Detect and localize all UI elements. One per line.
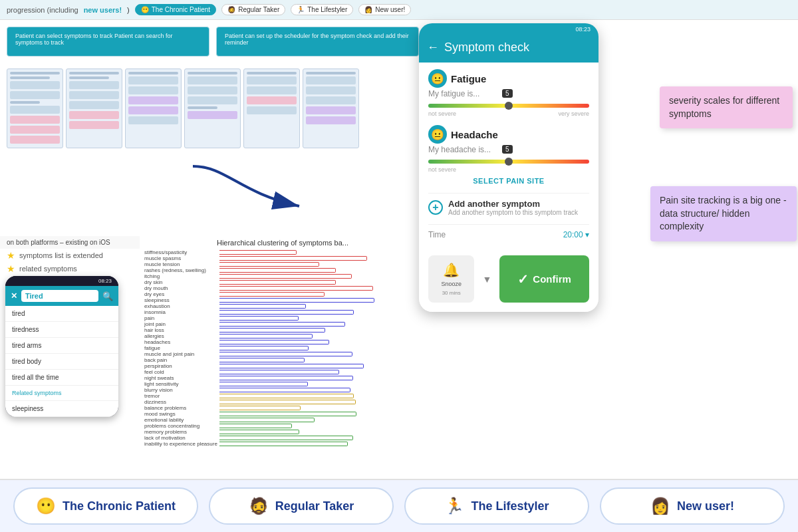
dendro-bar-14 xyxy=(219,334,313,338)
list-item-tired[interactable]: tired xyxy=(5,306,118,322)
dendro-bar-7 xyxy=(219,292,325,297)
top-persona-lifestyler[interactable]: 🏃 The Lifestyler xyxy=(291,4,353,15)
dendro-bar-18 xyxy=(219,358,305,362)
dendro-label-20: feel cold xyxy=(144,369,164,375)
add-symptom-row[interactable]: + Add another symptom Add another sympto… xyxy=(428,193,589,221)
fatigue-icon: 😐 xyxy=(428,69,447,88)
fatigue-thumb[interactable] xyxy=(505,102,513,110)
dendro-label-31: lack of motivation xyxy=(144,435,186,441)
left-sidebar: on both platforms – existing on iOS ★ sy… xyxy=(0,236,140,479)
wireframe-thumb-6 xyxy=(303,68,359,148)
confirm-button[interactable]: ✓ Confirm xyxy=(499,255,589,303)
dendro-bar-1 xyxy=(219,256,367,261)
main-content-area: progression (including new users! ) 😶 Th… xyxy=(0,0,798,479)
top-persona-lifestyler-label: The Lifestyler xyxy=(307,6,347,13)
dendro-label-32: inability to experience pleasure xyxy=(144,441,217,447)
dendro-bar-29 xyxy=(219,424,292,428)
top-persona-chronic[interactable]: 😶 The Chronic Patient xyxy=(135,4,216,15)
persona-emoji-newuser: 👩 xyxy=(650,497,670,515)
flow-arrow xyxy=(186,153,319,222)
wireframe-thumb-3 xyxy=(125,68,182,148)
dendro-bar-10 xyxy=(219,310,354,315)
wireframe-thumb-2 xyxy=(66,68,122,148)
dendro-bar-13 xyxy=(219,328,325,332)
top-persona-chronic-icon: 😶 xyxy=(141,6,149,13)
flow-box-1-text: Patient can select symptoms to track Pat… xyxy=(15,33,173,46)
persona-card-chronic[interactable]: 😶 The Chronic Patient xyxy=(13,487,198,525)
dendro-label-21: night sweats xyxy=(144,375,174,381)
dendro-label-29: problems concentrating xyxy=(144,423,200,429)
dendro-label-23: blurry vision xyxy=(144,387,173,393)
phone-search-bar: ✕ Tired 🔍 xyxy=(5,286,118,306)
dendrogram-chart: stiffness/spasticitymuscle spasmsmuscle … xyxy=(143,249,422,476)
snooze-button[interactable]: 🔔 Snooze 30 mins xyxy=(428,255,474,303)
star-label-2: related symptoms xyxy=(19,265,77,273)
persona-name-chronic: The Chronic Patient xyxy=(63,499,176,513)
dendro-label-28: emotional lability xyxy=(144,417,184,423)
fatigue-slider[interactable]: 5 xyxy=(428,104,589,108)
dendro-label-9: exhaustion xyxy=(144,303,170,309)
sp-time: 08:23 xyxy=(575,26,591,33)
related-symptoms-link[interactable]: Related symptoms xyxy=(5,386,118,401)
dendro-label-10: insomnia xyxy=(144,309,166,315)
flow-diagram-area: Patient can select symptoms to track Pat… xyxy=(0,20,426,233)
persona-card-lifestyler[interactable]: 🏃 The Lifestyler xyxy=(404,487,589,525)
dendro-bar-32 xyxy=(219,442,348,446)
dendro-bar-31 xyxy=(219,436,353,440)
top-persona-regular-label: Regular Taker xyxy=(238,6,279,13)
top-persona-regular[interactable]: 🧔 Regular Taker xyxy=(221,4,285,15)
dendro-bar-9 xyxy=(219,304,306,309)
phone-time: 08:23 xyxy=(98,278,112,284)
snooze-dropdown-icon[interactable]: ▼ xyxy=(479,255,494,303)
dendro-label-17: muscle and joint pain xyxy=(144,351,194,357)
headache-label-left: not severe xyxy=(428,166,456,173)
list-item-sleepiness[interactable]: sleepiness xyxy=(5,401,118,417)
headache-block: 😐 Headache My headache is... 5 not sever… xyxy=(428,125,589,185)
dendro-bar-11 xyxy=(219,316,299,321)
dendro-label-8: sleepiness xyxy=(144,297,170,303)
star-item-1: ★ symptoms list is extended xyxy=(0,249,140,262)
headache-thumb[interactable] xyxy=(505,158,513,166)
dendrogram-title: Hierarchical clustering of symptoms ba..… xyxy=(143,236,422,249)
persona-name-regular: Regular Taker xyxy=(275,499,354,513)
dendro-label-24: tremor xyxy=(144,393,160,399)
headache-label: Headache xyxy=(451,129,498,140)
headache-slider[interactable]: 5 xyxy=(428,160,589,164)
headache-track xyxy=(428,160,589,164)
add-plus-icon: + xyxy=(428,200,443,215)
list-item-tired-all[interactable]: tired all the time xyxy=(5,370,118,386)
fatigue-slider-labels: not severe very severe xyxy=(428,110,589,117)
list-item-tired-body[interactable]: tired body xyxy=(5,354,118,370)
close-icon[interactable]: ✕ xyxy=(11,291,17,301)
dendro-label-6: dry mouth xyxy=(144,285,168,291)
flow-box-2-text: Patient can set up the scheduler for the… xyxy=(225,33,409,46)
dendro-bar-4 xyxy=(219,274,352,279)
star-icon-1: ★ xyxy=(7,250,15,261)
search-icon[interactable]: 🔍 xyxy=(102,291,113,301)
dendro-bar-5 xyxy=(219,280,336,285)
dendro-bar-0 xyxy=(219,250,297,255)
list-item-tired-arms[interactable]: tired arms xyxy=(5,338,118,354)
add-symptom-title: Add another symptom xyxy=(448,199,578,209)
dendro-label-3: rashes (redness, swelling) xyxy=(144,267,206,273)
dendro-bar-6 xyxy=(219,286,373,291)
time-value[interactable]: 20:00 ▾ xyxy=(563,230,589,239)
search-phone-mockup: 08:23 ✕ Tired 🔍 tired tiredness tired ar… xyxy=(5,276,118,417)
confirm-label: Confirm xyxy=(533,273,571,285)
dendro-label-25: dizziness xyxy=(144,399,166,405)
sp-title: Symptom check xyxy=(444,41,529,55)
select-pain-site[interactable]: SELECT PAIN SITE xyxy=(428,177,589,185)
new-users-label: new users! xyxy=(84,6,122,14)
persona-card-newuser[interactable]: 👩 New user! xyxy=(600,487,785,525)
persona-card-regular[interactable]: 🧔 Regular Taker xyxy=(209,487,394,525)
search-term[interactable]: Tired xyxy=(21,290,98,302)
fatigue-track xyxy=(428,104,589,108)
dendro-label-11: pain xyxy=(144,315,154,321)
snooze-label: Snooze xyxy=(441,281,462,287)
list-item-tiredness[interactable]: tiredness xyxy=(5,322,118,338)
top-persona-newuser[interactable]: 👩 New user! xyxy=(358,4,411,15)
snooze-sub: 30 mins xyxy=(442,290,461,296)
headache-slider-labels: not severe xyxy=(428,166,589,173)
dendro-bar-19 xyxy=(219,364,364,368)
back-icon[interactable]: ← xyxy=(427,41,439,55)
